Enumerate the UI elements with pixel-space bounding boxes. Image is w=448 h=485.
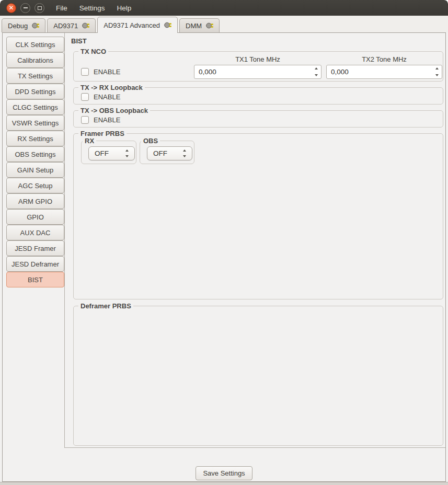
arrow-up-icon (125, 149, 129, 152)
tx-obs-loopback-enable-label: ENABLE (94, 116, 120, 124)
footer: Save Settings (3, 448, 445, 481)
framer-rx-prbs-spinner[interactable]: OFF (88, 146, 135, 160)
tx1-tone-input[interactable] (194, 65, 321, 79)
arrow-down-icon (125, 155, 129, 157)
spin-down-button[interactable] (432, 72, 442, 79)
tx-rx-loopback-label: TX -> RX Loopback (78, 84, 145, 91)
arrow-up-icon (315, 67, 318, 70)
framer-rx-group: RX OFF (81, 141, 136, 164)
sidebar-item-calibrations[interactable]: Calibrations (6, 52, 64, 68)
sidebar-item-gpio[interactable]: GPIO (6, 209, 64, 225)
sidebar-item-obs-settings[interactable]: OBS Settings (6, 146, 64, 162)
sidebar-item-jesd-framer[interactable]: JESD Framer (6, 240, 64, 256)
close-icon: ✕ (8, 5, 14, 11)
sidebar-item-rx-settings[interactable]: RX Settings (6, 131, 64, 146)
tab-dmm[interactable]: DMM (179, 18, 220, 32)
arrow-up-icon (435, 67, 439, 70)
framer-obs-prbs-spinner[interactable]: OFF (147, 146, 192, 160)
spin-up-button[interactable] (180, 147, 189, 154)
maximize-icon (38, 6, 42, 10)
sidebar-item-agc-setup[interactable]: AGC Setup (6, 178, 64, 193)
framer-prbs-group: Framer PRBS RX OFF (73, 133, 443, 299)
menu-help[interactable]: Help (117, 4, 132, 12)
framer-obs-group: OBS OFF (140, 141, 194, 164)
sidebar-item-vswr-settings[interactable]: VSWR Settings (6, 115, 64, 131)
framer-rx-spin-arrows (122, 147, 132, 159)
tab-ad9371[interactable]: AD9371 (47, 18, 96, 32)
tab-label: Debug (8, 22, 28, 30)
tx-nco-enable-label: ENABLE (94, 68, 120, 76)
tx-rx-loopback-group: TX -> RX Loopback ENABLE (73, 87, 443, 105)
arrow-up-icon (183, 149, 186, 152)
tx2-tone-header: TX2 Tone MHz (326, 53, 442, 65)
sidebar-item-bist[interactable]: BIST (6, 272, 64, 287)
menubar: File Settings Help (56, 4, 131, 12)
framer-rx-prbs-value: OFF (95, 149, 109, 157)
tx-obs-loopback-label: TX -> OBS Loopback (78, 107, 150, 114)
minimize-icon (24, 7, 28, 8)
arrow-down-icon (435, 74, 439, 76)
sidebar-item-dpd-settings[interactable]: DPD Settings (6, 84, 64, 99)
tx-nco-controls: ENABLE (81, 65, 443, 79)
spin-up-button[interactable] (122, 147, 132, 154)
tx1-tone-spinbox (194, 65, 321, 79)
spin-up-button[interactable] (432, 65, 442, 72)
tx-obs-loopback-group: TX -> OBS Loopback ENABLE (73, 110, 443, 128)
deframer-prbs-group: Deframer PRBS (73, 306, 443, 446)
tab-debug[interactable]: Debug (2, 18, 45, 32)
window-controls: ✕ (6, 3, 44, 13)
close-button[interactable]: ✕ (6, 3, 16, 13)
menu-settings[interactable]: Settings (79, 4, 105, 12)
tx-obs-loopback-enable-checkbox[interactable] (81, 116, 89, 124)
tx-rx-loopback-enable-checkbox[interactable] (81, 93, 89, 101)
tx-nco-headers: TX1 Tone MHz TX2 Tone MHz (81, 53, 443, 65)
sidebar-item-clgc-settings[interactable]: CLGC Settings (6, 99, 64, 115)
tab-bar: Debug AD9371 AD9371 Advanced DMM (0, 16, 448, 32)
tx1-tone-header: TX1 Tone MHz (194, 53, 321, 65)
save-settings-button[interactable]: Save Settings (196, 466, 252, 480)
plug-icon (82, 22, 89, 29)
spin-up-button[interactable] (312, 65, 321, 72)
tab-label: AD9371 (53, 22, 78, 30)
plug-icon (164, 22, 171, 28)
arrow-down-icon (315, 74, 318, 76)
framer-obs-spin-arrows (180, 147, 189, 159)
tx-nco-group: TX NCO TX1 Tone MHz TX2 Tone MHz ENABLE (73, 51, 443, 82)
arrow-down-icon (183, 155, 186, 157)
plug-icon (206, 22, 213, 29)
sidebar: CLK Settings Calibrations TX Settings DP… (3, 33, 64, 448)
tx-rx-loopback-enable-label: ENABLE (94, 93, 120, 101)
sidebar-item-aux-dac[interactable]: AUX DAC (6, 225, 64, 240)
framer-obs-prbs-value: OFF (153, 149, 167, 157)
bist-panel: BIST TX NCO TX1 Tone MHz TX2 Tone MHz EN… (64, 33, 445, 448)
sidebar-item-clk-settings[interactable]: CLK Settings (6, 37, 64, 52)
sidebar-item-arm-gpio[interactable]: ARM GPIO (6, 193, 64, 209)
tab-label: DMM (186, 22, 202, 30)
tx2-tone-spin-arrows (432, 65, 442, 78)
page-title: BIST (71, 37, 443, 47)
sidebar-item-jesd-deframer[interactable]: JESD Deframer (6, 256, 64, 272)
sidebar-item-gain-setup[interactable]: GAIN Setup (6, 162, 64, 178)
sidebar-item-tx-settings[interactable]: TX Settings (6, 68, 64, 84)
tab-ad9371-advanced[interactable]: AD9371 Advanced (97, 17, 178, 33)
menu-file[interactable]: File (56, 4, 67, 12)
spin-down-button[interactable] (122, 154, 132, 160)
tx2-tone-input[interactable] (326, 65, 442, 79)
spin-down-button[interactable] (312, 72, 321, 79)
tx1-tone-spin-arrows (312, 65, 321, 78)
deframer-prbs-label: Deframer PRBS (78, 302, 133, 310)
tab-label: AD9371 Advanced (104, 21, 160, 29)
tx-nco-label: TX NCO (78, 48, 108, 55)
app-window: ✕ File Settings Help Debug AD9371 AD9371… (0, 0, 448, 485)
maximize-button[interactable] (35, 3, 44, 13)
spin-down-button[interactable] (180, 154, 189, 160)
minimize-button[interactable] (20, 3, 30, 13)
content-row: CLK Settings Calibrations TX Settings DP… (3, 33, 445, 448)
framer-rx-label: RX (83, 137, 96, 145)
framer-prbs-label: Framer PRBS (78, 130, 127, 137)
framer-obs-label: OBS (141, 137, 160, 145)
plug-icon (32, 22, 39, 29)
titlebar: ✕ File Settings Help (0, 0, 448, 16)
tx-nco-enable-checkbox[interactable] (81, 68, 89, 76)
ad9371-advanced-page: CLK Settings Calibrations TX Settings DP… (2, 32, 446, 482)
